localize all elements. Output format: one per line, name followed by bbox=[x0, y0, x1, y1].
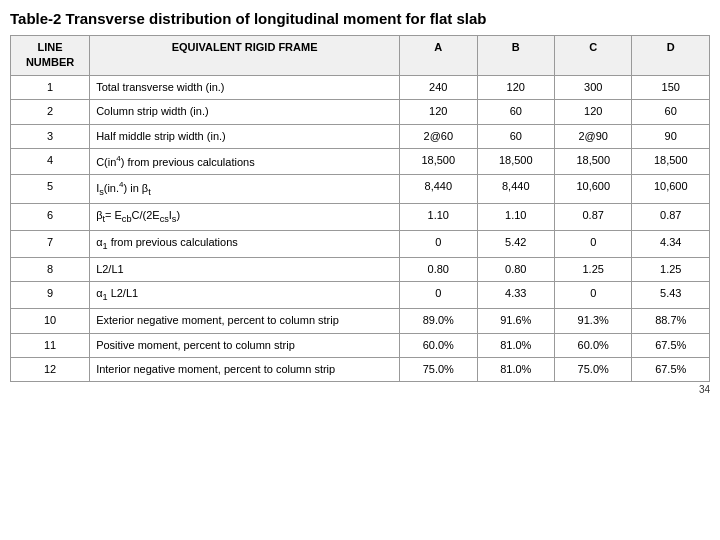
cell-c: 0 bbox=[554, 282, 631, 309]
cell-a: 60.0% bbox=[400, 333, 477, 357]
cell-c: 91.3% bbox=[554, 309, 631, 333]
header-a: A bbox=[400, 36, 477, 76]
cell-a: 240 bbox=[400, 75, 477, 99]
cell-description: Positive moment, percent to column strip bbox=[90, 333, 400, 357]
cell-b: 120 bbox=[477, 75, 554, 99]
cell-d: 1.25 bbox=[632, 257, 710, 281]
cell-c: 10,600 bbox=[554, 175, 631, 204]
cell-d: 5.43 bbox=[632, 282, 710, 309]
cell-description: Exterior negative moment, percent to col… bbox=[90, 309, 400, 333]
cell-b: 0.80 bbox=[477, 257, 554, 281]
cell-b: 8,440 bbox=[477, 175, 554, 204]
cell-b: 18,500 bbox=[477, 148, 554, 174]
table-row: 7α1 from previous calculations05.4204.34 bbox=[11, 230, 710, 257]
header-c: C bbox=[554, 36, 631, 76]
cell-d: 10,600 bbox=[632, 175, 710, 204]
cell-a: 0 bbox=[400, 230, 477, 257]
table-row: 12Interior negative moment, percent to c… bbox=[11, 357, 710, 381]
table-row: 2Column strip width (in.)1206012060 bbox=[11, 100, 710, 124]
cell-b: 60 bbox=[477, 124, 554, 148]
table-row: 9α1 L2/L104.3305.43 bbox=[11, 282, 710, 309]
cell-c: 2@90 bbox=[554, 124, 631, 148]
cell-d: 150 bbox=[632, 75, 710, 99]
cell-d: 60 bbox=[632, 100, 710, 124]
cell-d: 90 bbox=[632, 124, 710, 148]
cell-description: βt= EcbC/(2EcsIs) bbox=[90, 203, 400, 230]
cell-d: 67.5% bbox=[632, 357, 710, 381]
cell-c: 0.87 bbox=[554, 203, 631, 230]
cell-c: 1.25 bbox=[554, 257, 631, 281]
cell-a: 0.80 bbox=[400, 257, 477, 281]
header-d: D bbox=[632, 36, 710, 76]
table-row: 5Is(in.4) in βt8,4408,44010,60010,600 bbox=[11, 175, 710, 204]
cell-description: Half middle strip width (in.) bbox=[90, 124, 400, 148]
cell-description: Column strip width (in.) bbox=[90, 100, 400, 124]
table-row: 4C(in4) from previous calculations18,500… bbox=[11, 148, 710, 174]
cell-line: 3 bbox=[11, 124, 90, 148]
cell-c: 0 bbox=[554, 230, 631, 257]
table-row: 6βt= EcbC/(2EcsIs)1.101.100.870.87 bbox=[11, 203, 710, 230]
cell-line: 11 bbox=[11, 333, 90, 357]
cell-line: 6 bbox=[11, 203, 90, 230]
cell-line: 4 bbox=[11, 148, 90, 174]
cell-description: Interior negative moment, percent to col… bbox=[90, 357, 400, 381]
cell-c: 300 bbox=[554, 75, 631, 99]
cell-description: Is(in.4) in βt bbox=[90, 175, 400, 204]
cell-b: 4.33 bbox=[477, 282, 554, 309]
cell-d: 88.7% bbox=[632, 309, 710, 333]
cell-line: 1 bbox=[11, 75, 90, 99]
cell-description: C(in4) from previous calculations bbox=[90, 148, 400, 174]
cell-d: 67.5% bbox=[632, 333, 710, 357]
cell-line: 5 bbox=[11, 175, 90, 204]
cell-a: 75.0% bbox=[400, 357, 477, 381]
cell-description: α1 from previous calculations bbox=[90, 230, 400, 257]
header-equiv-frame: EQUIVALENT RIGID FRAME bbox=[90, 36, 400, 76]
cell-b: 81.0% bbox=[477, 333, 554, 357]
cell-description: L2/L1 bbox=[90, 257, 400, 281]
cell-line: 9 bbox=[11, 282, 90, 309]
cell-a: 1.10 bbox=[400, 203, 477, 230]
main-table: LINE NUMBER EQUIVALENT RIGID FRAME A B C… bbox=[10, 35, 710, 382]
table-row: 10Exterior negative moment, percent to c… bbox=[11, 309, 710, 333]
cell-a: 8,440 bbox=[400, 175, 477, 204]
cell-b: 1.10 bbox=[477, 203, 554, 230]
cell-c: 75.0% bbox=[554, 357, 631, 381]
table-row: 3Half middle strip width (in.)2@60602@90… bbox=[11, 124, 710, 148]
cell-description: α1 L2/L1 bbox=[90, 282, 400, 309]
page-title: Table-2 Transverse distribution of longi… bbox=[10, 10, 710, 27]
cell-b: 60 bbox=[477, 100, 554, 124]
table-row: 1Total transverse width (in.)24012030015… bbox=[11, 75, 710, 99]
cell-line: 10 bbox=[11, 309, 90, 333]
cell-line: 8 bbox=[11, 257, 90, 281]
cell-d: 0.87 bbox=[632, 203, 710, 230]
cell-line: 2 bbox=[11, 100, 90, 124]
cell-line: 7 bbox=[11, 230, 90, 257]
cell-a: 89.0% bbox=[400, 309, 477, 333]
cell-a: 18,500 bbox=[400, 148, 477, 174]
cell-d: 18,500 bbox=[632, 148, 710, 174]
cell-c: 18,500 bbox=[554, 148, 631, 174]
cell-a: 0 bbox=[400, 282, 477, 309]
footer-note: 34 bbox=[10, 384, 710, 395]
cell-a: 120 bbox=[400, 100, 477, 124]
cell-b: 81.0% bbox=[477, 357, 554, 381]
cell-b: 5.42 bbox=[477, 230, 554, 257]
cell-a: 2@60 bbox=[400, 124, 477, 148]
cell-b: 91.6% bbox=[477, 309, 554, 333]
table-row: 8L2/L10.800.801.251.25 bbox=[11, 257, 710, 281]
cell-c: 60.0% bbox=[554, 333, 631, 357]
header-b: B bbox=[477, 36, 554, 76]
cell-d: 4.34 bbox=[632, 230, 710, 257]
cell-description: Total transverse width (in.) bbox=[90, 75, 400, 99]
header-line-number: LINE NUMBER bbox=[11, 36, 90, 76]
cell-c: 120 bbox=[554, 100, 631, 124]
table-row: 11Positive moment, percent to column str… bbox=[11, 333, 710, 357]
cell-line: 12 bbox=[11, 357, 90, 381]
